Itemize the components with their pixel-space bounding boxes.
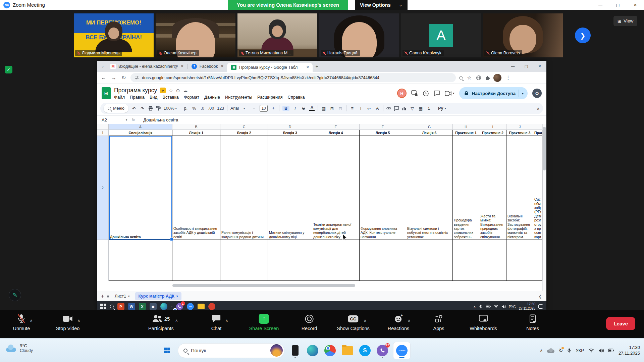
cell-B2[interactable]: Особливості використання засобів АДК у д…	[172, 136, 220, 240]
cell-F1[interactable]: Лекція 5	[360, 130, 406, 136]
pivot-table-button[interactable]: ▦	[418, 106, 423, 111]
excel-icon[interactable]: X	[139, 303, 146, 310]
version-history-icon[interactable]	[423, 90, 429, 97]
document-title[interactable]: Програма курсу	[114, 87, 157, 94]
apps-button[interactable]: Apps	[433, 314, 444, 331]
keyboard-language[interactable]: УКР	[576, 348, 584, 353]
maximize-button[interactable]: ▢	[609, 0, 627, 10]
minimize-button[interactable]: —	[592, 0, 609, 10]
column-header-H[interactable]: H	[453, 124, 479, 130]
browser-menu-icon[interactable]: ⋮	[505, 74, 512, 81]
close-button[interactable]: ✕	[627, 0, 644, 10]
share-access-button[interactable]: Настройки Доступа ▾	[459, 87, 528, 99]
caret-down-icon[interactable]: ▾	[522, 92, 526, 95]
browser-close-button[interactable]: ✕	[533, 64, 546, 68]
participant-video-2-active-speaker[interactable]: Олена Казачінер	[156, 13, 235, 57]
participants-button[interactable]: 25 ∧ Participants	[148, 314, 174, 331]
taskbar-search-box[interactable]: Пошук	[178, 343, 284, 358]
participant-video-1[interactable]: МИ ПЕРЕМОЖЕМО! ВСЕ БУДЕ УКРАЇНА! Людмила…	[74, 13, 154, 57]
vertical-scrollbar-thumb[interactable]	[543, 127, 546, 170]
reactions-options-caret[interactable]: ∧	[408, 318, 410, 323]
insert-comment-button[interactable]	[394, 106, 399, 111]
cell-K2-clipped[interactable]: Систе обмін зобра (PECS Детал розгл стру…	[533, 136, 542, 240]
empty-cell[interactable]	[406, 240, 453, 281]
add-sheet-button[interactable]: +	[101, 293, 104, 299]
captions-options-caret[interactable]: ∧	[364, 318, 366, 323]
tab-search-chevron[interactable]: ⌄	[99, 64, 106, 68]
close-tab-icon[interactable]: ✕	[221, 64, 224, 68]
functions-button[interactable]: Σ	[426, 106, 432, 111]
merge-cells-button[interactable]: ⊟	[338, 106, 343, 111]
sync-update-icon[interactable]: ↻	[559, 348, 563, 354]
host-clock[interactable]: 17:30 27.11.2025	[619, 345, 640, 356]
redo-button[interactable]: ↷	[140, 106, 145, 111]
leave-meeting-button[interactable]: Leave	[606, 317, 635, 330]
formula-input[interactable]: Дошкільна освіта	[143, 117, 178, 122]
cell-C2[interactable]: Рання комунікація і залучення родини дит…	[220, 136, 268, 240]
scroll-sheets-left-button[interactable]: ❮	[539, 294, 542, 299]
cell-E2[interactable]: Техніки альтернативної комунікації для н…	[312, 136, 360, 240]
zoom-taskbar-icon-active[interactable]: zoom	[393, 342, 411, 359]
column-header-D[interactable]: D	[268, 124, 312, 130]
network-tray-icon[interactable]	[494, 305, 498, 308]
show-captions-button[interactable]: CC ∧ Show Captions	[337, 314, 370, 331]
column-header-C[interactable]: C	[220, 124, 268, 130]
browser-profile-avatar[interactable]	[493, 74, 501, 82]
cell-B1[interactable]: Лекція 1	[172, 130, 220, 136]
forward-button[interactable]: →	[110, 75, 117, 81]
menu-data[interactable]: Данные	[204, 95, 220, 100]
close-tab-icon[interactable]: ✕	[306, 65, 309, 69]
view-options-button[interactable]: View Options ⌄	[355, 0, 408, 10]
vertical-align-button[interactable]: ⊥	[358, 106, 363, 111]
collapse-toolbar-button[interactable]: ∧	[537, 106, 540, 111]
speaker-tray-icon[interactable]	[501, 305, 506, 309]
zoom-select[interactable]: 100% ▾	[164, 106, 177, 111]
mic-tray-icon[interactable]	[479, 304, 483, 309]
insert-link-button[interactable]	[386, 106, 391, 111]
meet-call-button[interactable]: ▾	[445, 91, 454, 96]
cell-D2[interactable]: Мотиви спілкування у дошкільному віці.	[268, 136, 312, 240]
row-header-1[interactable]: 1	[97, 130, 109, 136]
empty-cell[interactable]	[109, 240, 172, 281]
cell-G1[interactable]: Лекція 6	[406, 130, 453, 136]
speaker-tray-icon[interactable]	[598, 348, 604, 353]
menu-insert[interactable]: Вставка	[162, 95, 178, 100]
fill-color-button[interactable]: ▨	[321, 106, 326, 111]
decrease-font-size-button[interactable]: −	[251, 106, 257, 111]
menu-format[interactable]: Формат	[184, 95, 199, 100]
chat-options-caret[interactable]: ∧	[225, 318, 228, 323]
calculator-icon[interactable]: ▦	[150, 303, 157, 310]
star-document-icon[interactable]: ☆	[169, 88, 173, 93]
search-icon[interactable]	[459, 76, 463, 80]
column-header-J[interactable]: J	[506, 124, 533, 130]
participant-video-5[interactable]: A Ganna Krapivnyk	[401, 13, 481, 57]
cell-H1[interactable]: Практичне 1	[453, 130, 479, 136]
participants-options-caret[interactable]: ∧	[175, 318, 178, 323]
participant-video-6[interactable]: Olena Borovets	[483, 13, 563, 57]
corner-cell[interactable]	[97, 124, 109, 130]
keyboard-language[interactable]: РУС	[509, 305, 516, 309]
mic-tray-icon[interactable]	[567, 348, 571, 353]
all-sheets-button[interactable]: ≡	[107, 294, 109, 299]
bold-button-active[interactable]: B	[282, 106, 289, 111]
menu-help[interactable]: Справка	[288, 95, 305, 100]
column-header-K[interactable]	[533, 124, 542, 130]
participant-video-4[interactable]: Наталія Грицай	[319, 13, 399, 57]
chrome-icon-active[interactable]	[171, 306, 172, 307]
start-button[interactable]	[100, 304, 106, 310]
cell-I1[interactable]: Практичне 2	[479, 130, 506, 136]
menu-extensions[interactable]: Расширения	[257, 95, 283, 100]
cell-C1[interactable]: Лекція 2	[220, 130, 268, 136]
word-icon[interactable]: W	[128, 303, 135, 310]
new-tab-button[interactable]: +	[313, 63, 321, 69]
whiteboards-button[interactable]: Whiteboards	[470, 314, 497, 331]
pinned-app-device[interactable]	[288, 343, 302, 359]
name-box-caret[interactable]: ▾	[126, 118, 127, 121]
more-formats-button[interactable]: 123	[217, 106, 224, 111]
cell-A1[interactable]: Спеціалізація	[109, 130, 172, 136]
cell-D1[interactable]: Лекція 3	[268, 130, 312, 136]
column-header-A[interactable]: A	[109, 124, 172, 130]
empty-cell[interactable]	[172, 240, 220, 281]
viber-icon[interactable]: 1	[176, 303, 183, 310]
search-highlight-image[interactable]	[270, 344, 283, 357]
